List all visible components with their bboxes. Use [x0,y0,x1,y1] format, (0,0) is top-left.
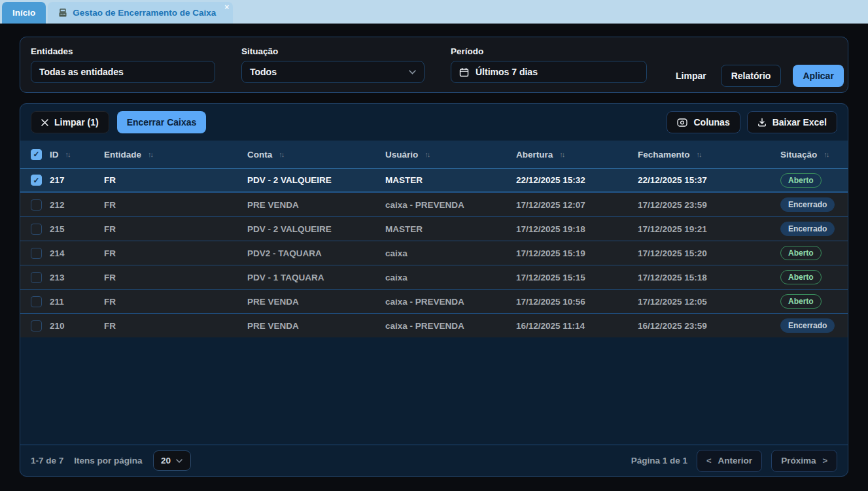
status-badge: Encerrado [780,318,835,333]
header-checkbox-cell [20,149,50,160]
row-checkbox[interactable] [31,248,42,259]
close-icon[interactable]: × [224,3,229,11]
proxima-label: Próxima [781,456,816,466]
column-header[interactable]: Fechamento ↑↓ [638,150,780,160]
cell-entidade: FR [104,273,247,282]
cell-usuario: MASTER [385,224,516,234]
sort-icon[interactable]: ↑↓ [65,150,70,158]
row-checkbox[interactable] [31,224,42,235]
anterior-label: Anterior [718,456,753,466]
cell-usuario: caixa - PREVENDA [385,200,516,210]
situacao-value: Todos [250,67,277,77]
sort-icon[interactable]: ↑↓ [425,150,429,158]
sort-icon[interactable]: ↑↓ [824,150,828,158]
tab-inicio-label: Início [12,8,35,18]
items-per-page-label: Itens por página [74,456,142,466]
items-per-page-select[interactable]: 20 [153,450,191,471]
cell-abertura: 17/12/2025 12:07 [516,200,638,210]
table-row[interactable]: 211 FR PRE VENDA caixa - PREVENDA 17/12/… [20,289,848,313]
baixar-excel-button[interactable]: Baixar Excel [747,111,837,133]
cell-fechamento: 22/12/2025 15:37 [638,175,780,185]
cell-entidade: FR [104,321,247,331]
table-row[interactable]: 217 FR PDV - 2 VALQUEIRE MASTER 22/12/20… [20,168,848,192]
row-checkbox-cell [20,296,50,307]
cell-fechamento: 17/12/2025 23:59 [638,200,780,210]
table-header-row: ID ↑↓ Entidade ↑↓ Conta ↑↓ Usuário ↑↓ Ab… [20,141,848,168]
limpar-selecao-button[interactable]: Limpar (1) [31,111,109,133]
row-checkbox[interactable] [31,320,42,331]
sort-icon[interactable]: ↑↓ [279,150,283,158]
table-toolbar: Limpar (1) Encerrar Caixas Colunas [20,104,848,141]
sort-icon[interactable]: ↑↓ [697,150,701,158]
sort-icon[interactable]: ↑↓ [559,150,564,158]
cell-abertura: 17/12/2025 15:19 [516,248,638,258]
status-badge: Encerrado [780,197,835,212]
anterior-button[interactable]: < Anterior [697,450,762,472]
table-row[interactable]: 210 FR PRE VENDA caixa - PREVENDA 16/12/… [20,313,848,337]
row-checkbox[interactable] [31,296,42,307]
proxima-button[interactable]: Próxima > [771,450,837,472]
range-label: 1-7 de 7 [31,456,63,466]
eye-icon [677,118,687,127]
cell-abertura: 16/12/2025 11:14 [516,321,638,331]
cell-situacao: Aberto [780,173,848,188]
relatorio-button[interactable]: Relatório [721,65,782,87]
cell-situacao: Encerrado [780,222,848,236]
periodo-input[interactable]: Últimos 7 dias [451,61,647,83]
cell-entidade: FR [104,248,247,258]
column-header[interactable]: Conta ↑↓ [247,150,385,160]
table-row[interactable]: 214 FR PDV2 - TAQUARA caixa 17/12/2025 1… [20,241,848,265]
chevron-left-icon: < [706,456,712,466]
cell-fechamento: 17/12/2025 15:18 [638,273,780,282]
page-label: Página 1 de 1 [631,456,687,466]
column-header[interactable]: ID ↑↓ [50,150,104,160]
column-label: Situação [780,150,817,160]
calendar-icon [459,67,469,77]
status-badge: Aberto [780,270,822,284]
cell-abertura: 17/12/2025 10:56 [516,297,638,307]
cell-abertura: 22/12/2025 15:32 [516,175,638,185]
table-footer: 1-7 de 7 Itens por página 20 Página 1 de… [20,445,848,476]
row-checkbox[interactable] [31,199,42,211]
main-panel: Limpar (1) Encerrar Caixas Colunas [20,103,848,477]
column-header[interactable]: Situação ↑↓ [780,150,848,160]
table-row[interactable]: 213 FR PDV - 1 TAQUARA caixa 17/12/2025 … [20,265,848,289]
cell-entidade: FR [104,175,247,185]
chevron-down-icon [176,459,182,463]
row-checkbox[interactable] [31,175,42,186]
cell-abertura: 17/12/2025 15:15 [516,273,638,282]
cell-id: 217 [50,175,104,185]
row-checkbox[interactable] [31,272,42,283]
cell-situacao: Aberto [780,270,848,284]
cell-situacao: Aberto [780,294,848,309]
sort-icon[interactable]: ↑↓ [148,150,152,158]
row-checkbox-cell [20,175,50,186]
column-header[interactable]: Entidade ↑↓ [104,150,247,160]
table-row[interactable]: 212 FR PRE VENDA caixa - PREVENDA 17/12/… [20,192,848,216]
colunas-button[interactable]: Colunas [667,111,740,133]
limpar-selecao-label: Limpar (1) [54,117,99,127]
select-all-checkbox[interactable] [31,149,42,160]
filter-periodo: Período Últimos 7 dias [451,46,647,83]
row-checkbox-cell [20,199,50,211]
entidades-input[interactable]: Todas as entidades [31,61,215,83]
table-row[interactable]: 215 FR PDV - 2 VALQUEIRE MASTER 17/12/20… [20,216,848,241]
situacao-select[interactable]: Todos [241,61,425,83]
aplicar-button[interactable]: Aplicar [793,65,843,87]
cell-usuario: caixa - PREVENDA [385,321,516,331]
cell-id: 215 [50,224,104,234]
cell-entidade: FR [104,200,247,210]
cell-conta: PDV - 2 VALQUEIRE [247,224,385,234]
cell-conta: PRE VENDA [247,200,385,210]
column-header[interactable]: Abertura ↑↓ [516,150,638,160]
filter-entidades: Entidades Todas as entidades [31,46,215,83]
column-label: Conta [247,150,272,160]
entidades-value: Todas as entidades [39,67,124,77]
filter-panel: Entidades Todas as entidades Situação To… [20,37,848,93]
status-badge: Encerrado [780,222,835,236]
encerrar-caixas-button[interactable]: Encerrar Caixas [117,111,207,133]
column-header[interactable]: Usuário ↑↓ [385,150,516,160]
limpar-button[interactable]: Limpar [673,65,709,87]
tab-inicio[interactable]: Início [2,2,46,24]
tab-gestao-encerramento[interactable]: Gestao de Encerramento de Caixa × [48,2,233,24]
